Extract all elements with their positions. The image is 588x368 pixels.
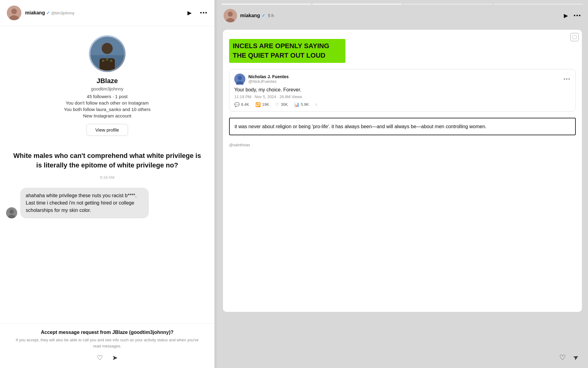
svg-rect-16 — [573, 35, 576, 39]
tweet-stat-retweets: 🔁 19K — [255, 102, 269, 107]
retweets-icon: 🔁 — [255, 102, 261, 107]
right-send-icon[interactable]: ➤ — [571, 352, 581, 362]
quote-box: it was never about religion or being 'pr… — [229, 118, 576, 136]
tweet-stat-bookmarks: 📊 5.9K — [294, 102, 309, 107]
tweet-stats: 💬 8.4K 🔁 19K ♡ 30K 📊 5.9K ↑ — [234, 102, 571, 107]
chat-sender-avatar — [6, 207, 17, 218]
verified-badge: ✓ — [46, 10, 50, 15]
story-progress-bars — [217, 0, 588, 5]
tweet-more[interactable]: ••• — [564, 76, 571, 82]
view-profile-button[interactable]: View profile — [86, 124, 128, 136]
right-username-text: miakang — [240, 13, 260, 18]
headline-green: INCELS ARE OPENLY SAYING THE QUIET PART … — [229, 39, 345, 63]
accept-title: Accept message request from JBlaze (good… — [12, 330, 202, 335]
profile-username: goodtim3johnny — [91, 86, 123, 91]
story-card: INCELS ARE OPENLY SAYING THE QUIET PART … — [223, 30, 582, 312]
right-play-button[interactable]: ▶ — [564, 12, 568, 19]
share-icon[interactable] — [570, 33, 579, 41]
left-story-panel: miakang ✓ @tim3johnny ▶ ••• — [0, 0, 214, 368]
right-header-time: 5 h — [268, 13, 274, 18]
bookmarks-icon: 📊 — [294, 102, 299, 107]
profile-mutual-follows: You both follow laura_sanko and 10 other… — [64, 107, 151, 112]
left-header-actions: ▶ ••• — [185, 8, 208, 18]
accept-message-section: Accept message request from JBlaze (good… — [0, 323, 214, 368]
attribution: @sainthoax — [229, 143, 576, 147]
replies-icon: 💬 — [234, 102, 239, 107]
right-header-info: miakang ✓ 5 h — [240, 13, 274, 18]
profile-section: JBlaze goodtim3johnny 45 followers · 1 p… — [0, 26, 214, 148]
right-header-name: miakang ✓ 5 h — [240, 13, 274, 18]
tweet-stat-replies: 💬 8.4K — [234, 102, 249, 107]
retweets-count: 19K — [262, 102, 269, 107]
right-verified-badge: ✓ — [262, 13, 265, 18]
tweet-stat-share[interactable]: ↑ — [315, 102, 317, 107]
svg-point-18 — [238, 76, 242, 80]
left-play-button[interactable]: ▶ — [185, 8, 194, 18]
right-header-avatar — [224, 9, 237, 22]
tweet-header: Nicholas J. Fuentes @NickJFuentes ••• — [234, 74, 571, 85]
tweet-handle: @NickJFuentes — [248, 79, 288, 84]
message-content: White males who can't comprehend what wh… — [0, 148, 214, 188]
headline-container: INCELS ARE OPENLY SAYING THE QUIET PART … — [229, 39, 576, 63]
left-header-info: miakang ✓ @tim3johnny — [25, 10, 74, 16]
left-story-header: miakang ✓ @tim3johnny ▶ ••• — [0, 0, 214, 26]
left-header-sub: @tim3johnny — [51, 11, 74, 15]
message-text: White males who can't comprehend what wh… — [12, 151, 202, 170]
message-time: 9:18 AM — [100, 175, 115, 180]
right-bottom-actions: ♡ ➤ — [217, 353, 588, 362]
likes-icon: ♡ — [275, 102, 279, 107]
tweet-name: Nicholas J. Fuentes — [248, 74, 288, 79]
right-heart-icon[interactable]: ♡ — [559, 353, 566, 362]
right-more-button[interactable]: ••• — [574, 13, 581, 19]
panel-divider — [214, 0, 217, 368]
chat-bubble-row: ahahaha white privilege these nuts you r… — [0, 188, 214, 218]
svg-point-9 — [110, 59, 112, 62]
send-icon[interactable]: ➤ — [112, 354, 118, 362]
likes-count: 30K — [281, 102, 288, 107]
heart-icon[interactable]: ♡ — [97, 354, 103, 362]
bookmarks-count: 5.9K — [301, 102, 309, 107]
chat-bubble: ahahaha white privilege these nuts you r… — [20, 188, 149, 218]
svg-point-1 — [11, 9, 17, 14]
svg-point-14 — [228, 12, 233, 17]
profile-avatar-large — [89, 35, 126, 72]
tweet-avatar — [234, 74, 245, 85]
tweet-user-info: Nicholas J. Fuentes @NickJFuentes — [248, 74, 288, 84]
svg-point-8 — [106, 58, 108, 61]
accept-actions: ♡ ➤ — [12, 354, 202, 362]
profile-display-name: JBlaze — [96, 77, 118, 85]
accept-description: If you accept, they will also be able to… — [12, 337, 202, 349]
tweet-stat-likes: ♡ 30K — [275, 102, 288, 107]
tweet-meta: 11:19 PM · Nov 5, 2024 · 28.8M Views — [234, 94, 571, 99]
profile-mutual-note: You don't follow each other on Instagram — [66, 100, 149, 105]
profile-followers: 45 followers · 1 post — [87, 94, 127, 99]
right-header-actions: ▶ ••• — [564, 12, 581, 19]
left-more-button[interactable]: ••• — [200, 10, 208, 16]
svg-point-11 — [9, 209, 14, 214]
share-up-icon: ↑ — [315, 102, 317, 107]
right-story-header: miakang ✓ 5 h ▶ ••• — [217, 5, 588, 27]
svg-point-7 — [102, 59, 104, 62]
right-story-panel: miakang ✓ 5 h ▶ ••• INCELS ARE OPENLY SA… — [217, 0, 588, 368]
profile-new-account: New Instagram account — [83, 113, 131, 118]
left-header-username-text: miakang — [25, 10, 45, 16]
replies-count: 8.4K — [241, 102, 249, 107]
left-header-avatar — [7, 6, 21, 20]
tweet-embed: Nicholas J. Fuentes @NickJFuentes ••• Yo… — [229, 69, 576, 112]
left-header-name: miakang ✓ @tim3johnny — [25, 10, 74, 16]
svg-point-5 — [102, 43, 113, 54]
tweet-text: Your body, my choice. Forever. — [234, 87, 571, 93]
